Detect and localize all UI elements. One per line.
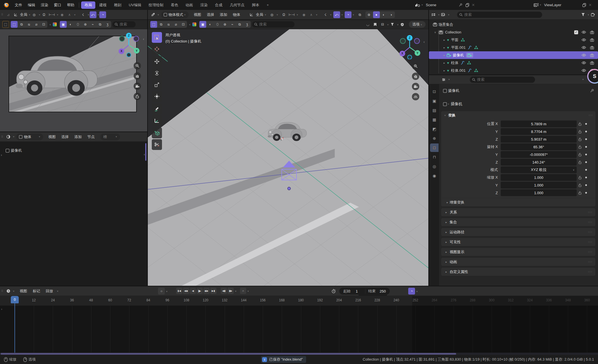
- chevron-down-icon[interactable]: ∨: [166, 290, 168, 292]
- modifier-wrench-icon[interactable]: [461, 61, 465, 65]
- properties-tab[interactable]: ⊕: [430, 134, 439, 143]
- expand-icon[interactable]: ▸: [444, 211, 448, 214]
- viewport-canvas[interactable]: 用户透视 (0) Collection | 摄像机: [148, 29, 428, 286]
- sidebar-collapse-arrow[interactable]: ‹: [143, 37, 144, 41]
- chevron-down-icon[interactable]: ∨: [387, 23, 389, 25]
- editor-type-shader-icon[interactable]: [5, 134, 12, 140]
- next-frame-button[interactable]: ▮▶: [228, 288, 234, 294]
- drag-handle[interactable]: ⠿: [1, 289, 3, 293]
- falloff-curve-icon[interactable]: ∧: [66, 11, 73, 18]
- expand-icon[interactable]: ∨: [433, 31, 437, 34]
- chevron-down-icon[interactable]: ∨: [341, 14, 343, 16]
- scene-name[interactable]: Scene: [423, 3, 457, 7]
- navigation-gizmo[interactable]: Z X Y: [397, 33, 423, 59]
- pivot-point-icon[interactable]: ◎: [31, 11, 37, 18]
- workspace-tab[interactable]: 纹理绘制: [145, 1, 167, 9]
- expand-icon[interactable]: ▸: [445, 201, 450, 204]
- animate-dot[interactable]: [585, 146, 587, 148]
- lock-icon[interactable]: [577, 122, 583, 126]
- camera-visibility-icon[interactable]: [590, 61, 594, 65]
- transform-tool[interactable]: [152, 91, 162, 102]
- expand-icon[interactable]: ▸: [442, 54, 447, 57]
- toggle-solid-icon[interactable]: ▣: [60, 21, 67, 28]
- value-field[interactable]: -0.000097°: [501, 151, 577, 158]
- value-field[interactable]: 65.36°: [501, 143, 577, 150]
- drag-dots-icon[interactable]: ∷∷: [588, 211, 593, 214]
- chevron-down-icon[interactable]: ∨: [353, 14, 354, 16]
- saved-message-pill[interactable]: i 已保存 "index.blend": [261, 356, 306, 363]
- orientation-select[interactable]: 全局: [19, 12, 28, 17]
- orientation-axes-icon[interactable]: [248, 11, 255, 18]
- properties-tab[interactable]: ◉: [430, 172, 439, 180]
- modifier-wrench-icon[interactable]: [468, 46, 472, 50]
- properties-section[interactable]: ▸ 集合 ∷∷: [441, 218, 596, 227]
- animate-dot[interactable]: [585, 184, 587, 186]
- add-primitive-tool[interactable]: [152, 128, 162, 138]
- select-tool-icon[interactable]: ⊿: [5, 11, 12, 18]
- measure-tool[interactable]: [152, 115, 162, 126]
- selectability-icon[interactable]: ☇: [322, 11, 329, 18]
- animate-dot[interactable]: [585, 123, 587, 125]
- new-collection-icon[interactable]: [589, 11, 596, 18]
- drag-dots-icon[interactable]: ∷∷: [588, 261, 593, 263]
- camera-data-icon[interactable]: [466, 53, 473, 58]
- expand-icon[interactable]: ▸: [444, 221, 448, 224]
- toggle-globe-icon[interactable]: ⊕: [82, 21, 89, 28]
- value-field[interactable]: 1.000: [501, 174, 577, 181]
- workspace-tab[interactable]: 建模: [96, 1, 110, 9]
- display-filter-icon[interactable]: [440, 11, 447, 18]
- pan-hand-icon[interactable]: [134, 72, 141, 80]
- camera-visibility-icon[interactable]: [590, 38, 594, 42]
- select-box-tool[interactable]: [152, 32, 162, 43]
- viewlayer-icon[interactable]: [534, 3, 539, 7]
- prev-frame-button[interactable]: ◀▮: [221, 288, 227, 294]
- properties-section[interactable]: ▸ 动画 ∷∷: [441, 257, 596, 266]
- drag-dots-icon[interactable]: ∷∷: [588, 231, 593, 234]
- lock-icon[interactable]: [577, 145, 583, 149]
- toggle-globe-icon[interactable]: ⊕: [222, 21, 228, 28]
- move-tool[interactable]: [152, 56, 162, 67]
- chevron-down-icon[interactable]: ∨: [448, 14, 450, 16]
- scrollbar-thumb[interactable]: [1, 353, 456, 355]
- workspace-tab[interactable]: 动画: [182, 1, 196, 9]
- close-icon[interactable]: ✕: [589, 3, 592, 7]
- select-mode-subtract-icon[interactable]: ⧅: [165, 21, 172, 28]
- chevron-down-icon[interactable]: ∨: [421, 4, 423, 6]
- viewport-menu-select[interactable]: 选择: [204, 12, 217, 17]
- workspace-tab[interactable]: 合成: [212, 1, 226, 9]
- properties-tab[interactable]: ⊓: [430, 153, 439, 161]
- chevron-down-icon[interactable]: ∨: [235, 290, 237, 292]
- hide-eye-icon[interactable]: [582, 31, 586, 34]
- mesh-data-icon[interactable]: [474, 46, 478, 49]
- value-field[interactable]: 1.000: [501, 182, 577, 189]
- playhead-line[interactable]: [14, 300, 15, 353]
- workspace-tab[interactable]: 几何节点: [226, 1, 248, 9]
- playhead-marker[interactable]: 0: [11, 296, 19, 303]
- panel-expand-arrow[interactable]: ›: [1, 153, 2, 157]
- shader-menu-add[interactable]: 添加: [71, 134, 85, 139]
- lock-icon[interactable]: [577, 160, 583, 164]
- proportional-editing-icon[interactable]: ◉: [59, 11, 66, 18]
- menu-render[interactable]: 渲染: [38, 3, 51, 8]
- jump-to-start-button[interactable]: ▮◀: [176, 288, 182, 294]
- toggle-half-icon[interactable]: ◐: [67, 21, 74, 28]
- value-field[interactable]: 5.9037 m: [501, 136, 577, 143]
- chevron-down-icon[interactable]: ∨: [588, 14, 589, 16]
- outliner-row[interactable]: ▸ 摄像机: [429, 51, 598, 59]
- outliner-row[interactable]: ▸ ▼ 柱体.001: [429, 67, 598, 74]
- workspace-tab[interactable]: 脚本: [249, 1, 263, 9]
- timeline-menu-view[interactable]: 视图: [17, 289, 30, 294]
- animate-dot[interactable]: [585, 177, 587, 178]
- select-mode-intersect-icon[interactable]: ⊡: [40, 21, 47, 28]
- channel-expand-arrow[interactable]: ›: [1, 307, 2, 311]
- camera-object[interactable]: [278, 160, 300, 191]
- toy-car[interactable]: [14, 48, 100, 99]
- chevron-down-icon[interactable]: ∨: [189, 23, 191, 25]
- proportional-editing-icon[interactable]: ◉: [300, 11, 307, 18]
- chevron-down-icon[interactable]: ∨: [540, 4, 541, 6]
- hide-eye-icon[interactable]: [582, 61, 586, 64]
- timeline-ruler[interactable]: 1224364860728496108120132144156168180192…: [0, 296, 598, 306]
- chevron-down-icon[interactable]: ∨: [296, 14, 298, 16]
- outliner-row[interactable]: ∨ Collection ✓: [429, 28, 598, 36]
- xray-toggle-icon[interactable]: ⧉: [357, 11, 363, 18]
